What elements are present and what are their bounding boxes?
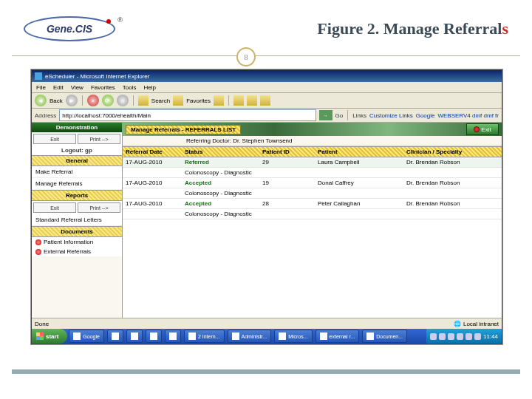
sidebar-item-standard-letters[interactable]: Standard Referral Letters xyxy=(32,214,122,226)
menu-help[interactable]: Help xyxy=(143,84,155,91)
print-icon[interactable] xyxy=(247,95,257,106)
edit-icon[interactable] xyxy=(260,95,270,106)
menubar: File Edit View Favorites Tools Help xyxy=(32,82,502,93)
stop-button[interactable]: × xyxy=(87,95,99,106)
cell-status[interactable]: Referred xyxy=(185,159,209,166)
separator-icon xyxy=(347,110,348,120)
taskbar-item[interactable]: Documen... xyxy=(362,330,407,343)
cell-status[interactable]: Accepted xyxy=(185,200,211,207)
address-input[interactable]: http://localhost:7000/ehealth/Main xyxy=(59,109,316,121)
cell-date: 17-AUG-2010 xyxy=(123,178,182,188)
exit-dot-icon xyxy=(474,126,480,132)
taskbar-item[interactable] xyxy=(165,330,181,343)
doc-icon xyxy=(35,249,41,255)
table-row[interactable]: 17-AUG-2010 Referred 29 Laura Campbell D… xyxy=(123,157,502,168)
cell-patient: Peter Callaghan xyxy=(315,199,403,208)
sidebar-section-documents: Documents xyxy=(32,226,122,237)
table-subrow: Colonoscopy - Diagnostic xyxy=(123,209,502,219)
panel-titlebar: Manage Referrals - REFERRALS LIST Exit xyxy=(123,123,502,136)
footer-divider xyxy=(12,369,520,374)
col-patient: Patient xyxy=(315,147,403,157)
menu-file[interactable]: File xyxy=(36,84,46,91)
tray-icon[interactable] xyxy=(448,333,454,340)
sidebar-exit-button-2[interactable]: Exit xyxy=(33,202,76,213)
col-referral-date: Referral Date xyxy=(123,147,182,157)
address-label: Address xyxy=(35,112,56,119)
app-icon xyxy=(131,332,138,340)
forward-button[interactable]: ► xyxy=(66,95,78,106)
table-empty-area xyxy=(123,219,502,318)
back-button[interactable]: ◄ xyxy=(35,95,47,106)
window-title: eScheduler - Microsoft Internet Explorer xyxy=(45,73,149,80)
cell-status[interactable]: Accepted xyxy=(185,180,211,186)
cell-clinician: Dr. Brendan Robson xyxy=(403,199,502,208)
cell-clinician: Dr. Brendan Robson xyxy=(403,157,502,167)
menu-tools[interactable]: Tools xyxy=(123,84,137,91)
tray-icon[interactable] xyxy=(466,333,472,340)
table-row[interactable]: 17-AUG-2010 Accepted 28 Peter Callaghan … xyxy=(123,199,502,209)
sidebar-print-button[interactable]: Print --> xyxy=(78,134,120,144)
taskbar-item[interactable]: Administr... xyxy=(228,330,272,343)
app-icon xyxy=(112,332,119,340)
go-button[interactable]: → xyxy=(319,110,332,120)
mail-icon[interactable] xyxy=(233,95,244,106)
taskbar-item[interactable] xyxy=(126,330,143,343)
referring-doctor-value: Dr. Stephen Townsend xyxy=(233,137,292,144)
sidebar-logout[interactable]: Logout: gp xyxy=(32,146,122,155)
cell-patient: Laura Campbell xyxy=(315,157,403,167)
system-tray: 11:44 xyxy=(426,329,502,344)
home-button[interactable]: ⌂ xyxy=(117,95,129,106)
tray-icon[interactable] xyxy=(430,333,437,340)
link-webserv[interactable]: WEBSERV4 dmf dmf fr xyxy=(437,112,499,119)
app-icon xyxy=(150,332,157,340)
table-row[interactable]: 17-AUG-2010 Accepted 19 Donal Caffrey Dr… xyxy=(123,178,502,188)
taskbar-item[interactable] xyxy=(107,330,123,343)
sidebar: Demonstration Exit Print --> Logout: gp … xyxy=(32,123,123,318)
globe-icon: 🌐 xyxy=(454,321,461,327)
taskbar-item[interactable] xyxy=(146,330,162,343)
go-label: Go xyxy=(335,112,344,119)
tray-icon[interactable] xyxy=(457,333,463,340)
refresh-button[interactable]: ⟳ xyxy=(102,95,114,106)
sidebar-item-manage-referrals[interactable]: Manage Referrals xyxy=(32,178,122,190)
cell-pid: 28 xyxy=(259,199,315,208)
history-icon[interactable] xyxy=(214,95,224,106)
menu-view[interactable]: View xyxy=(71,84,83,91)
menu-edit[interactable]: Edit xyxy=(53,84,64,91)
link-google[interactable]: Google xyxy=(416,112,435,119)
sidebar-section-general: General xyxy=(32,155,122,166)
taskbar-item[interactable]: Google xyxy=(69,330,104,343)
search-icon[interactable] xyxy=(138,95,149,106)
app-icon xyxy=(169,332,177,340)
sidebar-print-button-2[interactable]: Print --> xyxy=(78,202,120,213)
panel-exit-button[interactable]: Exit xyxy=(466,123,499,135)
sidebar-section-reports: Reports xyxy=(32,190,122,201)
zone-text: Local intranet xyxy=(463,321,499,327)
app-icon xyxy=(320,332,327,340)
cell-clinician: Dr. Brendan Robson xyxy=(403,178,502,188)
sidebar-item-make-referral[interactable]: Make Referral xyxy=(32,166,122,178)
cell-procedure: Colonoscopy - Diagnostic xyxy=(123,188,255,198)
window-titlebar: eScheduler - Microsoft Internet Explorer xyxy=(32,70,502,82)
clock: 11:44 xyxy=(483,333,498,340)
registered-icon: ® xyxy=(117,16,123,24)
tray-icon[interactable] xyxy=(474,333,481,340)
logo-text: Gene.CIS xyxy=(47,23,92,35)
back-label: Back xyxy=(50,98,63,104)
sidebar-exit-button[interactable]: Exit xyxy=(33,134,76,144)
menu-favorites[interactable]: Favorites xyxy=(91,84,115,91)
sidebar-item-patient-info[interactable]: Patient Information xyxy=(32,237,122,247)
cell-procedure: Colonoscopy - Diagnostic xyxy=(123,168,255,177)
taskbar-item[interactable]: external r... xyxy=(316,330,360,343)
link-customize[interactable]: Customize Links xyxy=(369,112,413,119)
tray-icon[interactable] xyxy=(439,333,446,340)
sidebar-item-external-referrals[interactable]: External Referrals xyxy=(32,247,122,256)
start-button[interactable]: start xyxy=(32,329,67,344)
taskbar-item[interactable]: 2 Intern... xyxy=(184,330,225,343)
cell-pid: 29 xyxy=(259,157,315,167)
separator-icon xyxy=(82,95,83,106)
app-icon xyxy=(279,332,286,340)
favorites-icon[interactable] xyxy=(173,95,183,106)
taskbar-item[interactable]: Micros... xyxy=(274,330,312,343)
app-icon xyxy=(73,332,81,340)
